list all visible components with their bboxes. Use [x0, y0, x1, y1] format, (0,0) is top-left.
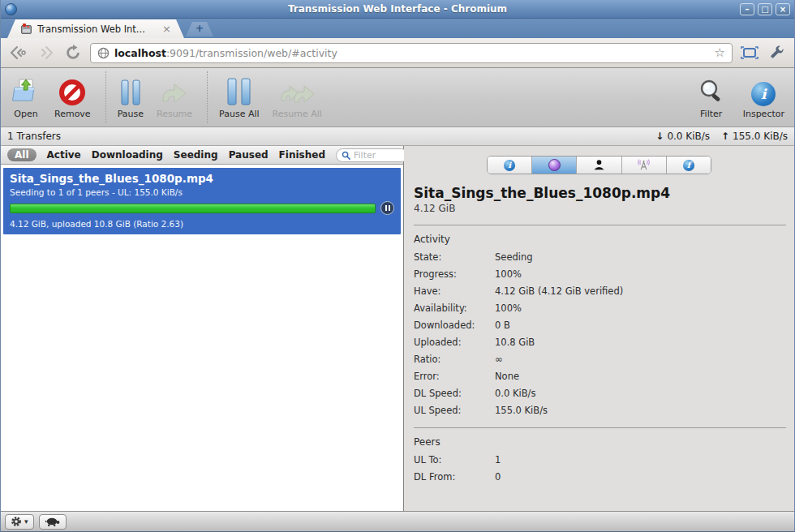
window-title: Transmission Web Interface - Chromium	[1, 3, 794, 15]
info-row-ul-speed: UL Speed:155.0 KiB/s	[414, 401, 784, 418]
globe-icon	[97, 47, 110, 59]
filter-tab-active[interactable]: Active	[47, 149, 81, 161]
divider	[414, 427, 786, 428]
filter-tab-all[interactable]: All	[7, 148, 37, 161]
download-arrow-icon: ↓	[655, 131, 664, 142]
filter-search-input[interactable]	[354, 150, 402, 161]
transmission-toolbar: Open Remove Pause Resume Pause All	[1, 68, 794, 127]
resume-button[interactable]: Resume	[157, 75, 192, 119]
upload-arrow-icon: ↑	[721, 131, 729, 142]
pause-all-icon	[226, 75, 253, 106]
open-folder-icon	[11, 75, 41, 106]
info-row-have: Have:4.12 GiB (4.12 GiB verified)	[414, 282, 784, 299]
toolbar-separator	[105, 71, 106, 123]
tab-close-icon[interactable]: ×	[162, 24, 171, 34]
titlebar: Transmission Web Interface - Chromium – …	[1, 0, 794, 19]
inspector-tab-files[interactable]: f	[667, 157, 711, 174]
inspector-tab-trackers[interactable]	[622, 157, 667, 174]
info-row-error: Error:None	[414, 367, 784, 384]
back-icon[interactable]	[7, 42, 28, 63]
info-row-ratio: Ratio:∞	[414, 350, 784, 367]
remove-button[interactable]: Remove	[54, 75, 91, 119]
turtle-mode-button[interactable]	[39, 514, 67, 530]
turtle-icon	[45, 517, 61, 527]
torrent-detail-line: 4.12 GiB, uploaded 10.8 GiB (Ratio 2.63)	[10, 219, 394, 229]
inspector-size: 4.12 GiB	[414, 203, 784, 214]
info-row-state: State:Seeding	[414, 248, 784, 265]
tab-title: Transmission Web Int...	[37, 24, 157, 35]
remove-icon	[58, 75, 87, 106]
upload-speed: 155.0 KiB/s	[733, 131, 788, 142]
toolbar-separator	[207, 71, 208, 123]
inspector-button[interactable]: i Inspector	[743, 75, 784, 119]
filter-magnifier-icon	[698, 75, 725, 106]
tab-strip: Transmission Web Int... × +	[1, 19, 794, 38]
resume-all-icon	[278, 75, 316, 106]
inspector-tabs: i f	[487, 156, 711, 174]
open-button[interactable]: Open	[11, 75, 41, 119]
filter-bar: All Active Downloading Seeding Paused Fi…	[1, 146, 403, 165]
address-bar[interactable]: localhost:9091/transmission/web/#activit…	[90, 43, 733, 63]
divider	[414, 225, 786, 225]
filter-button[interactable]: Filter	[698, 75, 725, 119]
chromium-logo-icon	[5, 3, 17, 15]
minimize-button[interactable]: –	[740, 3, 754, 15]
resume-icon	[159, 75, 190, 106]
reload-icon[interactable]	[62, 42, 84, 63]
trackers-antenna-icon	[637, 159, 651, 171]
info-icon: i	[504, 160, 515, 171]
search-icon	[342, 151, 350, 160]
pause-icon	[118, 75, 143, 106]
new-tab-button[interactable]: +	[186, 22, 213, 36]
gear-icon	[11, 516, 22, 527]
inspector-tab-info[interactable]: i	[488, 157, 532, 174]
footer-bar: ▾	[1, 511, 794, 531]
pause-button[interactable]: Pause	[118, 75, 144, 119]
activity-sphere-icon	[548, 159, 561, 171]
peers-heading: Peers	[414, 436, 784, 448]
activity-heading: Activity	[414, 234, 784, 245]
resume-all-button[interactable]: Resume All	[273, 75, 322, 119]
info-row-ul-to: UL To:1	[414, 451, 784, 468]
forward-icon[interactable]	[35, 42, 56, 63]
url-text: localhost:9091/transmission/web/#activit…	[114, 47, 710, 59]
torrent-name: Sita_Sings_the_Blues_1080p.mp4	[10, 172, 394, 185]
transmission-favicon-icon	[20, 24, 32, 35]
filter-search-box[interactable]	[336, 148, 408, 162]
info-row-progress: Progress:100%	[414, 265, 784, 282]
info-row-downloaded: Downloaded:0 B	[414, 316, 784, 333]
navigation-bar: localhost:9091/transmission/web/#activit…	[1, 38, 794, 68]
download-speed: 0.0 KiB/s	[667, 131, 710, 142]
close-button[interactable]: ×	[776, 3, 790, 15]
torrent-progress-fill	[11, 204, 375, 212]
inspector-tab-activity[interactable]	[532, 157, 577, 174]
status-bar: 1 Transfers ↓0.0 KiB/s ↑155.0 KiB/s	[1, 127, 794, 146]
page-action-icon[interactable]	[739, 42, 760, 63]
info-row-uploaded: Uploaded:10.8 GiB	[414, 333, 784, 350]
wrench-icon[interactable]	[767, 42, 788, 63]
bookmark-star-icon[interactable]: ☆	[715, 45, 725, 60]
inspector-tab-peers[interactable]	[577, 157, 621, 174]
filter-tab-paused[interactable]: Paused	[229, 149, 269, 161]
settings-menu-button[interactable]: ▾	[5, 514, 34, 530]
torrent-pause-button[interactable]	[380, 201, 394, 215]
torrent-status-line: Seeding to 1 of 1 peers - UL: 155.0 KiB/…	[10, 187, 394, 197]
dropdown-caret-icon: ▾	[24, 517, 28, 526]
peers-person-icon	[593, 159, 605, 171]
inspector-info-icon: i	[751, 75, 776, 106]
pause-all-button[interactable]: Pause All	[219, 75, 259, 119]
torrent-row[interactable]: Sita_Sings_the_Blues_1080p.mp4 Seeding t…	[3, 168, 401, 234]
filter-tab-finished[interactable]: Finished	[279, 149, 325, 161]
transfer-count: 1 Transfers	[7, 131, 61, 142]
info-row-dl-speed: DL Speed:0.0 KiB/s	[414, 384, 784, 401]
filter-tab-seeding[interactable]: Seeding	[174, 149, 218, 161]
torrent-progress-bar	[10, 204, 376, 213]
info-row-availability: Availability:100%	[414, 299, 784, 316]
torrent-list-pane: All Active Downloading Seeding Paused Fi…	[1, 146, 404, 511]
inspector-pane: i f Sita_Sings_the_Blues_1080p.mp4 4.12 …	[404, 146, 794, 511]
browser-tab[interactable]: Transmission Web Int... ×	[7, 19, 184, 38]
files-icon: f	[683, 160, 694, 171]
filter-tab-downloading[interactable]: Downloading	[92, 149, 163, 161]
browser-window: Transmission Web Interface - Chromium – …	[0, 0, 795, 532]
maximize-button[interactable]: □	[758, 3, 772, 15]
